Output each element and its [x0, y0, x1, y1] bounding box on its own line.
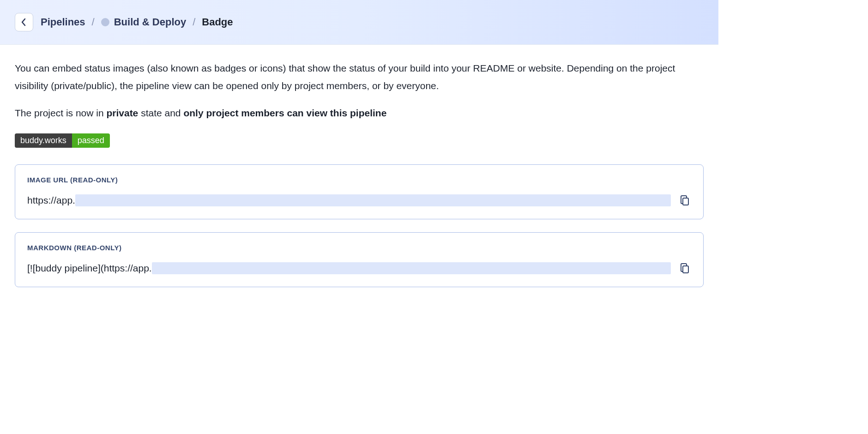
image-url-value[interactable]: https://app.: [27, 194, 671, 206]
status-dot-icon: [101, 18, 109, 26]
badge-right: passed: [72, 133, 110, 148]
copy-image-url-button[interactable]: [678, 194, 691, 207]
state-value: private: [106, 108, 138, 118]
breadcrumb-separator: /: [193, 16, 195, 28]
description-text: You can embed status images (also known …: [15, 60, 704, 95]
content-area: You can embed status images (also known …: [0, 45, 718, 315]
markdown-row: [![buddy pipeline](https://app.: [27, 262, 691, 275]
image-url-box: IMAGE URL (READ-ONLY) https://app.: [15, 164, 704, 219]
image-url-label: IMAGE URL (READ-ONLY): [27, 176, 691, 184]
image-url-row: https://app.: [27, 194, 691, 207]
markdown-redacted: [152, 262, 671, 274]
image-url-visible-text: https://app.: [27, 195, 75, 206]
copy-icon: [679, 263, 690, 274]
breadcrumb-root[interactable]: Pipelines: [41, 16, 85, 28]
state-prefix: The project is now in: [15, 108, 106, 118]
breadcrumb: Pipelines / Build & Deploy / Badge: [41, 16, 233, 28]
svg-rect-1: [683, 266, 688, 273]
badge-left: buddy.works: [15, 133, 72, 148]
breadcrumb-pipeline-label: Build & Deploy: [114, 16, 186, 28]
page-header: Pipelines / Build & Deploy / Badge: [0, 0, 718, 45]
chevron-left-icon: [21, 18, 27, 27]
state-access: only project members can view this pipel…: [183, 108, 386, 118]
breadcrumb-separator: /: [92, 16, 95, 28]
copy-markdown-button[interactable]: [678, 262, 691, 275]
breadcrumb-pipeline[interactable]: Build & Deploy: [101, 16, 186, 28]
markdown-value[interactable]: [![buddy pipeline](https://app.: [27, 262, 671, 274]
state-mid: state and: [138, 108, 183, 118]
svg-rect-0: [683, 198, 688, 205]
markdown-visible-text: [![buddy pipeline](https://app.: [27, 263, 152, 274]
breadcrumb-current: Badge: [202, 16, 233, 28]
badge-preview: buddy.works passed: [15, 133, 110, 148]
copy-icon: [679, 195, 690, 206]
markdown-label: MARKDOWN (READ-ONLY): [27, 244, 691, 252]
back-button[interactable]: [15, 13, 33, 31]
markdown-box: MARKDOWN (READ-ONLY) [![buddy pipeline](…: [15, 232, 704, 287]
state-line: The project is now in private state and …: [15, 108, 704, 119]
image-url-redacted: [75, 194, 671, 206]
